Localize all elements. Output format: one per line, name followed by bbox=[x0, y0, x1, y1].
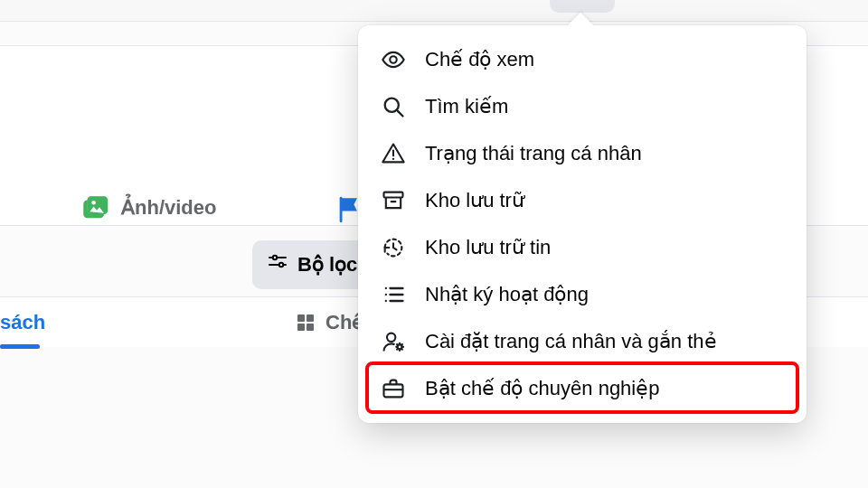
sliders-icon bbox=[267, 251, 288, 278]
svg-point-23 bbox=[385, 300, 387, 302]
search-icon bbox=[380, 94, 407, 119]
svg-point-3 bbox=[91, 201, 96, 205]
top-bar bbox=[0, 0, 868, 22]
photo-video-icon bbox=[80, 192, 110, 223]
menu-item-archive[interactable]: Kho lưu trữ bbox=[367, 177, 797, 224]
menu-item-profile-tagging-settings[interactable]: Cài đặt trang cá nhân và gắn thẻ bbox=[367, 318, 797, 365]
svg-rect-11 bbox=[307, 324, 314, 331]
menu-item-label: Chế độ xem bbox=[425, 48, 534, 71]
menu-item-search[interactable]: Tìm kiếm bbox=[367, 83, 797, 130]
svg-point-13 bbox=[385, 99, 399, 112]
menu-item-profile-status[interactable]: Trạng thái trang cá nhân bbox=[367, 130, 797, 177]
user-gear-icon bbox=[380, 329, 407, 354]
menu-item-activity-log[interactable]: Nhật ký hoạt động bbox=[367, 271, 797, 318]
svg-rect-10 bbox=[297, 324, 305, 331]
menu-item-label: Cài đặt trang cá nhân và gắn thẻ bbox=[425, 330, 717, 353]
menu-item-label: Kho lưu trữ tin bbox=[425, 236, 551, 259]
svg-rect-17 bbox=[384, 192, 403, 198]
svg-line-14 bbox=[398, 111, 403, 117]
svg-rect-8 bbox=[297, 314, 305, 322]
svg-rect-27 bbox=[384, 384, 403, 397]
menu-item-label: Bật chế độ chuyên nghiệp bbox=[425, 377, 659, 400]
svg-point-5 bbox=[273, 256, 277, 259]
grid-icon bbox=[295, 312, 316, 333]
list-icon bbox=[380, 282, 407, 307]
svg-point-25 bbox=[387, 333, 395, 342]
menu-item-label: Tìm kiếm bbox=[425, 95, 508, 118]
screen: Ảnh/video Bộ lọc sách bbox=[0, 0, 868, 488]
menu-trigger-tab[interactable] bbox=[550, 0, 615, 13]
menu-item-label: Kho lưu trữ bbox=[425, 189, 524, 212]
composer-photo-video[interactable]: Ảnh/video bbox=[80, 192, 216, 223]
clock-history-icon bbox=[380, 235, 407, 260]
profile-options-menu: Chế độ xem Tìm kiếm Trạng thái trang cá … bbox=[358, 25, 807, 423]
menu-item-view-mode[interactable]: Chế độ xem bbox=[367, 36, 797, 83]
svg-point-7 bbox=[279, 263, 283, 267]
menu-item-story-archive[interactable]: Kho lưu trữ tin bbox=[367, 224, 797, 271]
filter-button[interactable]: Bộ lọc bbox=[252, 240, 375, 289]
archive-box-icon bbox=[380, 188, 407, 213]
svg-point-21 bbox=[385, 294, 387, 296]
svg-point-19 bbox=[385, 287, 387, 289]
svg-rect-9 bbox=[307, 314, 314, 322]
warning-triangle-icon bbox=[380, 141, 407, 166]
menu-item-label: Nhật ký hoạt động bbox=[425, 283, 589, 306]
menu-item-enable-professional-mode[interactable]: Bật chế độ chuyên nghiệp bbox=[367, 365, 797, 412]
tab-list-view[interactable]: sách bbox=[0, 297, 63, 347]
briefcase-icon bbox=[380, 376, 407, 401]
menu-item-label: Trạng thái trang cá nhân bbox=[425, 142, 642, 165]
filter-label: Bộ lọc bbox=[297, 253, 357, 277]
composer-photo-video-label: Ảnh/video bbox=[121, 196, 216, 220]
svg-point-12 bbox=[390, 56, 396, 62]
svg-point-16 bbox=[392, 158, 394, 160]
tab-list-label: sách bbox=[0, 311, 45, 334]
eye-icon bbox=[380, 47, 407, 72]
